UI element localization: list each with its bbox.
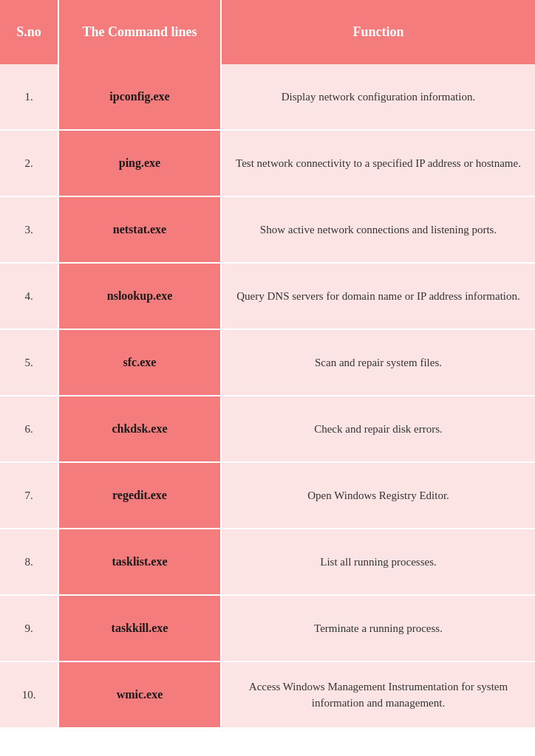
- table-header: S.no The Command lines Function: [0, 0, 535, 64]
- cell-command: taskkill.exe: [59, 596, 222, 661]
- table-row: 4.nslookup.exeQuery DNS servers for doma…: [0, 264, 535, 330]
- cell-command: ipconfig.exe: [59, 64, 222, 129]
- cell-function: Open Windows Registry Editor.: [222, 463, 535, 528]
- table-row: 1.ipconfig.exeDisplay network configurat…: [0, 64, 535, 131]
- cell-sno: 1.: [0, 64, 59, 129]
- cell-sno: 4.: [0, 264, 59, 329]
- table-row: 10.wmic.exeAccess Windows Management Ins…: [0, 662, 535, 729]
- cell-sno: 6.: [0, 396, 59, 461]
- table-row: 5.sfc.exeScan and repair system files.: [0, 330, 535, 396]
- table-row: 2.ping.exeTest network connectivity to a…: [0, 131, 535, 197]
- cell-function: Show active network connections and list…: [222, 197, 535, 262]
- cell-sno: 10.: [0, 662, 59, 727]
- cell-sno: 3.: [0, 197, 59, 262]
- cell-sno: 5.: [0, 330, 59, 395]
- table-row: 8.tasklist.exeList all running processes…: [0, 529, 535, 596]
- cell-sno: 2.: [0, 131, 59, 196]
- cell-function: Query DNS servers for domain name or IP …: [222, 264, 535, 329]
- cell-function: Check and repair disk errors.: [222, 396, 535, 461]
- cell-function: Test network connectivity to a specified…: [222, 131, 535, 196]
- header-sno: S.no: [0, 0, 59, 64]
- cell-command: wmic.exe: [59, 662, 222, 727]
- cell-function: Access Windows Management Instrumentatio…: [222, 662, 535, 727]
- cell-command: sfc.exe: [59, 330, 222, 395]
- cell-sno: 7.: [0, 463, 59, 528]
- cell-function: Terminate a running process.: [222, 596, 535, 661]
- cell-command: nslookup.exe: [59, 264, 222, 329]
- header-function: Function: [222, 0, 535, 64]
- table-row: 9.taskkill.exeTerminate a running proces…: [0, 596, 535, 662]
- table-row: 6.chkdsk.exeCheck and repair disk errors…: [0, 396, 535, 463]
- cell-function: Display network configuration informatio…: [222, 64, 535, 129]
- cell-sno: 9.: [0, 596, 59, 661]
- cell-command: tasklist.exe: [59, 529, 222, 594]
- cell-command: chkdsk.exe: [59, 396, 222, 461]
- cell-command: regedit.exe: [59, 463, 222, 528]
- main-table: S.no The Command lines Function 1.ipconf…: [0, 0, 535, 729]
- cell-sno: 8.: [0, 529, 59, 594]
- cell-command: netstat.exe: [59, 197, 222, 262]
- table-row: 3.netstat.exeShow active network connect…: [0, 197, 535, 264]
- cell-command: ping.exe: [59, 131, 222, 196]
- table-body: 1.ipconfig.exeDisplay network configurat…: [0, 64, 535, 729]
- cell-function: List all running processes.: [222, 529, 535, 594]
- table-row: 7.regedit.exeOpen Windows Registry Edito…: [0, 463, 535, 529]
- cell-function: Scan and repair system files.: [222, 330, 535, 395]
- header-command: The Command lines: [59, 0, 222, 64]
